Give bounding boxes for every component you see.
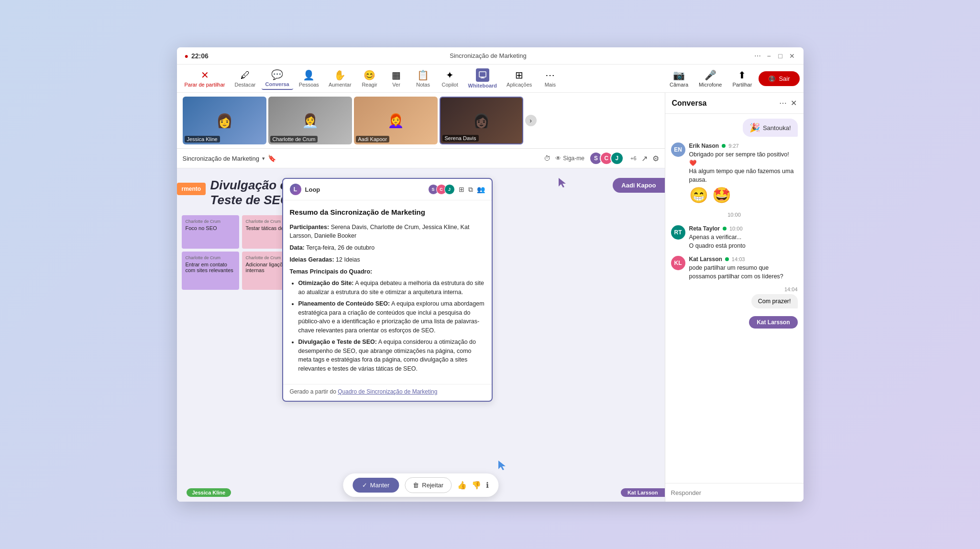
- reject-label: Rejeitar: [422, 482, 443, 489]
- loop-logo: L: [290, 184, 301, 195]
- camera-label: Câmara: [670, 82, 688, 88]
- microphone-button[interactable]: 🎤 Microfone: [695, 67, 726, 89]
- santouka-bubble: 🎉 Santouka!: [743, 119, 798, 137]
- chat-panel: Conversa ⋯ ✕ 🎉 Santouka! EN Erik: [665, 93, 804, 502]
- loop-grid-icon[interactable]: ⊞: [459, 186, 464, 193]
- santouka-text: Santouka!: [763, 124, 791, 132]
- maximize-button[interactable]: □: [777, 52, 784, 60]
- kat-content: Kat Larsson 14:03 pode partilhar um resu…: [689, 256, 798, 281]
- video-strip: 👩 Jessica Kline 👩‍💼 Charlotte de Crum 👩‍…: [177, 93, 665, 149]
- serena-name: Serena Davis: [442, 135, 479, 142]
- whiteboard-area[interactable]: Divulgação eTeste de SEO rmento Charlott…: [177, 168, 665, 502]
- more-button[interactable]: ⋯ Mais: [538, 67, 562, 89]
- apps-icon: ⊞: [515, 69, 523, 81]
- kat-time: 14:03: [732, 256, 745, 262]
- kat-online: [725, 257, 729, 261]
- react-button[interactable]: 😊 Reagir: [357, 67, 382, 89]
- share-label: Partilhar: [732, 82, 752, 88]
- loop-bullets: Otimização do Site: A equipa debateu a m…: [290, 279, 485, 373]
- reta-content: Reta Taylor 10:00 Apenas a verificar... …: [689, 225, 798, 250]
- loop-source-link[interactable]: Quadro de Sincronização de Marketing: [338, 388, 437, 395]
- copilot-button[interactable]: ✦ Copilot: [438, 67, 462, 89]
- chat-footer[interactable]: [665, 483, 804, 502]
- loop-bullet-1: Otimização do Site: A equipa debateu a m…: [298, 279, 485, 297]
- whiteboard-button[interactable]: Whiteboard: [464, 66, 501, 90]
- kat-text: pode partilhar um resumo que possamos pa…: [689, 264, 798, 281]
- reject-button[interactable]: 🗑 Rejeitar: [405, 477, 451, 493]
- settings-icon[interactable]: ⚙: [652, 154, 659, 163]
- people-button[interactable]: 👤 Pessoas: [295, 67, 323, 89]
- leave-label: Sair: [779, 75, 790, 82]
- toolbar: ✕ Parar de partilhar 🖊 Destacar 💬 Conver…: [177, 65, 804, 93]
- keep-check-icon: ✓: [362, 482, 367, 489]
- more-options-button[interactable]: ⋯: [754, 52, 761, 60]
- share-screen-button[interactable]: ⬆ Partilhar: [728, 67, 756, 89]
- follow-button[interactable]: 👁 Siga-me: [555, 155, 584, 162]
- chat-more-icon[interactable]: ⋯: [779, 99, 787, 108]
- whiteboard-icon: [476, 68, 489, 82]
- erik-online: [722, 144, 726, 148]
- share-icon[interactable]: ↗: [641, 154, 648, 163]
- svg-marker-3: [559, 178, 566, 187]
- bookmark-icon[interactable]: 🔖: [268, 154, 276, 162]
- toolbar-right: 📷 Câmara 🎤 Microfone ⬆ Partilhar 📵 Sair: [666, 67, 800, 89]
- main-window: ● 22:06 Sincronização de Marketing ⋯ − □…: [177, 47, 804, 502]
- leave-button[interactable]: 📵 Sair: [759, 71, 799, 86]
- avatar-group: S C J: [589, 152, 624, 165]
- window-title: Sincronização de Marketing: [223, 52, 754, 59]
- keep-button[interactable]: ✓ Manter: [352, 478, 399, 493]
- video-thumb-charlotte: 👩‍💼 Charlotte de Crum: [268, 97, 352, 144]
- microphone-icon: 🎤: [705, 69, 716, 81]
- apps-label: Aplicações: [507, 82, 532, 88]
- content-area: 👩 Jessica Kline 👩‍💼 Charlotte de Crum 👩‍…: [177, 93, 804, 502]
- charlotte-name: Charlotte de Crum: [270, 136, 318, 143]
- whiteboard-label: Whiteboard: [468, 83, 497, 88]
- highlight-label: Destacar: [235, 82, 256, 88]
- people-label: Pessoas: [299, 82, 319, 88]
- kat-name: Kat Larsson: [689, 256, 722, 263]
- reta-text-2: O quadro está pronto: [689, 242, 798, 251]
- minimize-button[interactable]: −: [765, 52, 773, 60]
- chat-button[interactable]: 💬 Conversa: [262, 67, 293, 90]
- notes-button[interactable]: 📋 Notas: [411, 67, 436, 89]
- keep-label: Manter: [370, 482, 389, 489]
- main-content: 👩 Jessica Kline 👩‍💼 Charlotte de Crum 👩‍…: [177, 93, 665, 502]
- raise-hand-label: Aumentar: [329, 82, 352, 88]
- chat-msg-erik: EN Erik Nason 9:27 Obrigado por ser semp…: [671, 143, 798, 204]
- thumbs-up-button[interactable]: 👍: [457, 481, 467, 490]
- reta-text-1: Apenas a verificar...: [689, 233, 798, 242]
- camera-button[interactable]: 📷 Câmara: [666, 67, 692, 89]
- leave-phone-icon: 📵: [768, 75, 776, 82]
- video-next-button[interactable]: ›: [525, 115, 537, 126]
- close-button[interactable]: ✕: [788, 52, 796, 60]
- loop-card-title: Resumo da Sincronização de Marketing: [290, 207, 485, 218]
- meeting-title-bar: Sincronização de Marketing ▾ 🔖: [183, 154, 276, 162]
- reta-name: Reta Taylor: [689, 225, 720, 232]
- window-controls: ⋯ − □ ✕: [754, 52, 796, 60]
- time-divider-10: 10:00: [671, 212, 798, 218]
- people-icon: 👤: [303, 69, 315, 81]
- avatar-count: +6: [630, 155, 637, 161]
- chat-title: Conversa: [672, 99, 779, 108]
- erik-text-1: Obrigado por ser sempre tão positivo! ❤️: [689, 151, 798, 167]
- highlight-button[interactable]: 🖊 Destacar: [231, 68, 260, 89]
- loop-date: Data: Terça-feira, 26 de outubro: [290, 243, 485, 253]
- view-button[interactable]: ▦ Ver: [384, 67, 409, 89]
- microphone-label: Microfone: [699, 82, 722, 88]
- loop-bullet-2: Planeamento de Conteúdo SEO: A equipa ex…: [298, 299, 485, 335]
- chat-msg-kat: KL Kat Larsson 14:03 pode partilhar um r…: [671, 256, 798, 281]
- info-button[interactable]: ℹ: [486, 481, 489, 490]
- clock-icon: ⏱: [544, 154, 551, 162]
- chevron-down-icon[interactable]: ▾: [262, 155, 265, 162]
- follow-label: Siga-me: [563, 155, 584, 162]
- apps-button[interactable]: ⊞ Aplicações: [503, 67, 536, 89]
- erik-emoji-row: 😁 🤩: [689, 186, 798, 204]
- chat-close-icon[interactable]: ✕: [791, 99, 797, 108]
- stop-share-button[interactable]: ✕ Parar de partilhar: [181, 67, 229, 89]
- loop-share-icon[interactable]: 👥: [477, 186, 485, 193]
- follow-icon: 👁: [555, 155, 561, 162]
- raise-hand-button[interactable]: ✋ Aumentar: [325, 67, 355, 89]
- thumbs-down-button[interactable]: 👎: [472, 481, 481, 490]
- loop-copy-icon[interactable]: ⧉: [468, 186, 473, 194]
- chat-reply-input[interactable]: [671, 489, 798, 496]
